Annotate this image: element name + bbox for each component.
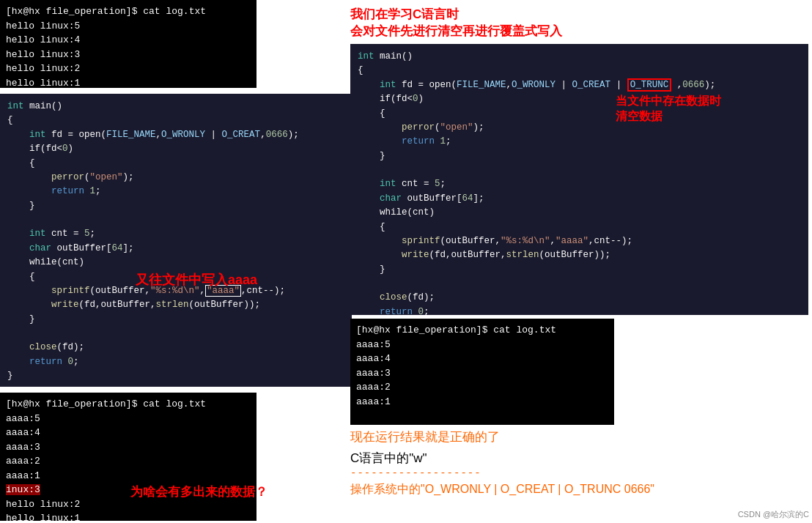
- terminal-line: hello linux:3: [6, 48, 251, 62]
- terminal-line: aaaa:1: [356, 395, 608, 409]
- top-left-terminal: [hx@hx file_operation]$ cat log.txt hell…: [0, 0, 256, 88]
- annotation-why: 为啥会有多出来的数据？: [130, 483, 267, 500]
- terminal-line: aaaa:5: [356, 338, 608, 352]
- os-equivalent-text: 操作系统中的"O_WRONLY | O_CREAT | O_TRUNC 0666…: [350, 482, 654, 497]
- terminal-line: hello linux:1: [6, 511, 251, 523]
- annotation-clear: 当文件中存在数据时 清空数据: [616, 94, 721, 125]
- terminal-line: hello linux:1: [6, 76, 251, 91]
- terminal-line: aaaa:3: [356, 366, 608, 381]
- terminal-line: aaaa:1: [6, 469, 251, 483]
- divider: -------------------: [350, 467, 481, 479]
- terminal-line: hello linux:5: [6, 19, 251, 34]
- terminal-line: aaaa:5: [6, 412, 251, 426]
- terminal-line: [hx@hx file_operation]$ cat log.txt: [6, 4, 251, 19]
- annotation-write-aaaa: 又往文件中写入aaaa: [136, 271, 257, 289]
- left-code-block: int main() { int fd = open(FILE_NAME,O_W…: [0, 94, 352, 387]
- watermark: CSDN @哈尔滨的C: [738, 509, 809, 520]
- c-lang-w-text: C语言中的"w": [350, 450, 427, 467]
- terminal-line: hello linux:4: [6, 33, 251, 48]
- terminal-line: hello linux:2: [6, 62, 251, 76]
- terminal-line: aaaa:2: [356, 380, 608, 395]
- terminal-line: [hx@hx file_operation]$ cat log.txt: [356, 323, 608, 338]
- right-code-block: int main() { int fd = open(FILE_NAME,O_W…: [350, 44, 808, 315]
- terminal-line: aaaa:4: [356, 352, 608, 366]
- result-correct-text: 现在运行结果就是正确的了: [350, 429, 500, 445]
- top-right-annotation: 我们在学习C语言时 会对文件先进行清空再进行覆盖式写入: [350, 6, 562, 40]
- terminal-line: [hx@hx file_operation]$ cat log.txt: [6, 397, 251, 412]
- terminal-line: aaaa:4: [6, 426, 251, 440]
- terminal-line: aaaa:2: [6, 454, 251, 469]
- bottom-left-terminal: [hx@hx file_operation]$ cat log.txt aaaa…: [0, 393, 256, 521]
- bottom-right-terminal: [hx@hx file_operation]$ cat log.txt aaaa…: [350, 319, 614, 425]
- terminal-line: aaaa:3: [6, 440, 251, 455]
